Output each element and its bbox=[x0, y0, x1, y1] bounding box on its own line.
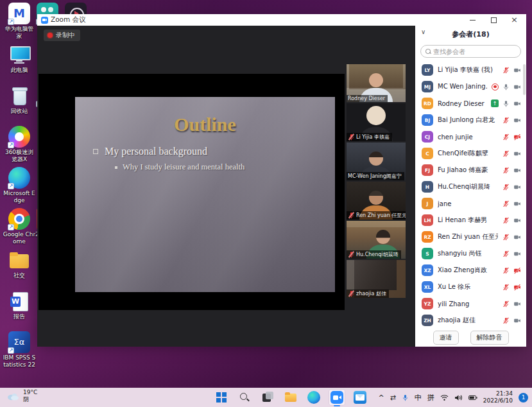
desktop-icon[interactable]: ↗ Google Chrome bbox=[4, 208, 35, 244]
presentation-slide: Outline My personal background Why I stu… bbox=[75, 97, 335, 292]
notification-badge[interactable]: 1 bbox=[519, 393, 528, 403]
desktop-icon[interactable]: 回收站 bbox=[4, 85, 35, 121]
camera-status-icon[interactable] bbox=[513, 167, 521, 174]
taskbar-app-icon[interactable] bbox=[305, 389, 322, 406]
camera-status-icon[interactable] bbox=[513, 67, 521, 74]
camera-status-icon[interactable] bbox=[513, 234, 521, 241]
participant-row[interactable]: J jane bbox=[415, 195, 526, 212]
participant-row[interactable]: CJ chen junjie bbox=[415, 128, 526, 145]
minimize-button[interactable] bbox=[470, 17, 476, 23]
unmute-all-button[interactable]: 解除静音 bbox=[470, 331, 509, 345]
muted-mic-icon bbox=[348, 212, 355, 219]
network-activity-icon[interactable]: ⇄ bbox=[390, 394, 396, 402]
window-titlebar[interactable]: Zoom 会议 bbox=[37, 14, 526, 26]
taskbar-app-icon[interactable] bbox=[352, 389, 368, 406]
desktop-icon[interactable]: ↗ 360极速浏览器X bbox=[4, 126, 35, 162]
desktop-icon[interactable]: 报告 bbox=[4, 290, 35, 326]
participant-search-box[interactable] bbox=[420, 45, 521, 58]
participant-row[interactable]: S shangyiu 尚钰 bbox=[415, 245, 526, 262]
voice-input-icon[interactable] bbox=[402, 394, 409, 401]
weather-widget[interactable]: 19°C 阴 bbox=[6, 389, 37, 404]
camera-status-icon[interactable] bbox=[513, 134, 521, 141]
mic-status-icon[interactable] bbox=[502, 150, 510, 157]
mic-status-icon[interactable] bbox=[502, 217, 510, 224]
video-thumbnail[interactable]: MC-Wen Janing闻嘉宁 bbox=[347, 143, 406, 180]
close-button[interactable] bbox=[511, 17, 517, 23]
participant-row[interactable]: ZH zhaojia 赵佳 bbox=[415, 312, 526, 329]
clock[interactable]: 21:34 2022/6/10 bbox=[483, 390, 513, 405]
camera-icon bbox=[513, 250, 521, 257]
mic-status-icon[interactable] bbox=[502, 250, 510, 257]
camera-status-icon[interactable] bbox=[513, 284, 521, 291]
video-thumbnail[interactable]: Rodney Dieser bbox=[347, 64, 406, 102]
collapse-chevron-icon[interactable]: ∨ bbox=[421, 28, 425, 35]
volume-icon[interactable] bbox=[454, 394, 463, 401]
mic-status-icon[interactable] bbox=[502, 234, 510, 241]
video-thumbnail[interactable]: Ren Zhi yuan 任至元 bbox=[347, 182, 406, 220]
participant-row[interactable]: C ChenQifei陈麒孹 bbox=[415, 145, 526, 162]
mic-status-icon[interactable] bbox=[502, 100, 510, 107]
camera-status-icon[interactable] bbox=[513, 200, 521, 207]
participant-row[interactable]: BJ Bai Junlong 白君龙 bbox=[415, 112, 526, 128]
mic-status-icon[interactable] bbox=[502, 200, 510, 207]
invite-button[interactable]: 邀请 bbox=[433, 331, 459, 345]
taskbar-app-icon[interactable] bbox=[329, 389, 345, 406]
wifi-icon[interactable] bbox=[440, 394, 449, 401]
participant-row[interactable]: LY Li Yijia 李轶嘉 (我) bbox=[415, 62, 526, 78]
participant-row[interactable]: FJ Fu Jiahao 傅嘉豪 bbox=[415, 162, 526, 178]
taskbar-app-icon[interactable] bbox=[259, 389, 276, 406]
ime-language-indicator[interactable]: 中 bbox=[415, 393, 422, 403]
mic-status-icon[interactable] bbox=[502, 184, 510, 191]
pinyin-indicator[interactable]: 拼 bbox=[427, 393, 434, 403]
search-input[interactable] bbox=[433, 48, 516, 55]
participant-row[interactable]: RD Rodney Dieser bbox=[415, 95, 526, 112]
participant-row[interactable]: XZ Xiao Zheng肖政 bbox=[415, 262, 526, 279]
desktop-icon-label: IBM SPSS Statistics 22 bbox=[3, 354, 36, 368]
camera-status-icon[interactable] bbox=[513, 184, 521, 191]
mic-status-icon[interactable] bbox=[502, 67, 510, 74]
participant-row[interactable]: H Hu.Chenqi胡晨琦 bbox=[415, 178, 526, 195]
mic-status-icon[interactable] bbox=[502, 300, 510, 307]
camera-status-icon[interactable] bbox=[513, 317, 521, 324]
desktop-icon[interactable]: ↗ IBM SPSS Statistics 22 bbox=[4, 331, 35, 367]
camera-status-icon[interactable] bbox=[513, 100, 521, 107]
desktop-icon-label: 华为电脑管家 bbox=[3, 26, 36, 40]
camera-status-icon[interactable] bbox=[513, 83, 521, 91]
taskbar-app-icon[interactable] bbox=[282, 389, 299, 406]
mic-status-icon[interactable] bbox=[502, 267, 510, 274]
taskbar-app-icon[interactable] bbox=[213, 389, 230, 406]
mic-status-icon[interactable] bbox=[502, 117, 510, 124]
mic-status-icon[interactable] bbox=[502, 134, 510, 141]
camera-status-icon[interactable] bbox=[513, 267, 521, 274]
avatar-initials: YZ bbox=[424, 301, 431, 307]
participant-row[interactable]: MJ MC Wen Janing.. (主持人) bbox=[415, 78, 526, 95]
camera-status-icon[interactable] bbox=[513, 117, 521, 124]
participant-row[interactable]: XL Xu Le 徐乐 bbox=[415, 279, 526, 295]
recording-badge[interactable]: 录制中 bbox=[44, 30, 80, 41]
participant-row[interactable]: RZ Ren Zhi yuan 任至元 bbox=[415, 229, 526, 245]
video-thumbnail[interactable]: Li Yijia 李轶嘉 bbox=[347, 103, 406, 141]
mic-status-icon[interactable] bbox=[502, 167, 510, 174]
desktop-icon[interactable]: 社交 bbox=[4, 249, 35, 285]
hidden-icons-chevron[interactable]: ^ bbox=[378, 394, 384, 402]
scrollbar[interactable] bbox=[523, 64, 526, 95]
desktop-icon[interactable]: ↗ Microsoft Edge bbox=[4, 167, 35, 203]
battery-icon[interactable] bbox=[468, 395, 477, 401]
avatar-initials: LY bbox=[424, 67, 430, 73]
video-thumbnail[interactable]: Hu.Chenqi胡晨琦 bbox=[347, 221, 406, 259]
camera-status-icon[interactable] bbox=[513, 217, 521, 224]
participant-row[interactable]: YZ yili Zhang bbox=[415, 295, 526, 312]
mic-status-icon[interactable] bbox=[502, 284, 510, 291]
participant-name: Hu.Chenqi胡晨琦 bbox=[438, 182, 498, 191]
camera-status-icon[interactable] bbox=[513, 150, 521, 157]
mic-status-icon[interactable] bbox=[502, 317, 510, 324]
camera-status-icon[interactable] bbox=[513, 300, 521, 307]
camera-status-icon[interactable] bbox=[513, 250, 521, 257]
desktop-icon[interactable]: 此电脑 bbox=[4, 44, 35, 80]
desktop-icon[interactable]: ↗ 华为电脑管家 bbox=[4, 3, 35, 39]
video-thumbnail[interactable]: zhaojia 赵佳 bbox=[347, 260, 406, 298]
taskbar-app-icon[interactable] bbox=[236, 389, 253, 406]
mic-status-icon[interactable] bbox=[502, 83, 510, 91]
maximize-button[interactable] bbox=[490, 17, 497, 23]
participant-row[interactable]: LH Li Henan 李赫男 bbox=[415, 212, 526, 229]
